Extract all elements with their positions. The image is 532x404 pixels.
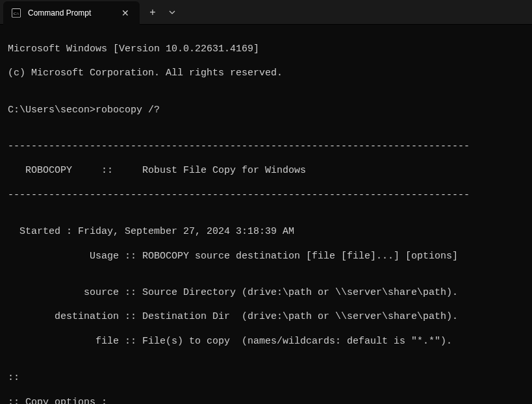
output-line: file :: File(s) to copy (names/wildcards… <box>8 336 524 348</box>
svg-text:C:\: C:\ <box>14 10 19 16</box>
terminal-output[interactable]: Microsoft Windows [Version 10.0.22631.41… <box>0 25 532 404</box>
output-line: Started : Friday, September 27, 2024 3:1… <box>8 226 524 238</box>
title-bar: C:\ Command Prompt ✕ + <box>0 0 532 25</box>
prompt-line: C:\Users\secon>robocopy /? <box>8 105 524 117</box>
output-line: ROBOCOPY :: Robust File Copy for Windows <box>8 165 524 177</box>
tab-active[interactable]: C:\ Command Prompt ✕ <box>3 1 140 25</box>
cmd-icon: C:\ <box>11 8 21 18</box>
new-tab-button[interactable]: + <box>142 2 163 23</box>
output-line: :: <box>8 372 524 385</box>
output-line: destination :: Destination Dir (drive:\p… <box>8 311 524 323</box>
output-line: ----------------------------------------… <box>8 141 524 153</box>
output-line: (c) Microsoft Corporation. All rights re… <box>8 68 524 80</box>
tab-title: Command Prompt <box>28 8 112 18</box>
output-line: :: Copy options : <box>8 397 524 405</box>
output-line: Microsoft Windows [Version 10.0.22631.41… <box>8 44 524 56</box>
output-line: ----------------------------------------… <box>8 190 524 202</box>
output-line: source :: Source Directory (drive:\path … <box>8 287 524 299</box>
close-icon[interactable]: ✕ <box>119 6 132 19</box>
dropdown-icon[interactable] <box>163 2 181 23</box>
output-line: Usage :: ROBOCOPY source destination [fi… <box>8 251 524 263</box>
